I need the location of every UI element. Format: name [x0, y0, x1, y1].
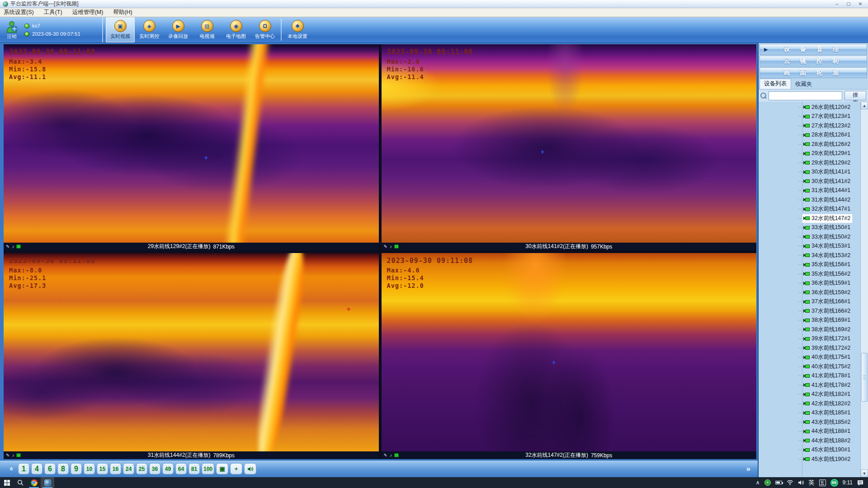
device-item[interactable]: 30水前线141#1 — [759, 168, 860, 177]
video-panel-4[interactable]: 2023-09-30 09:11:08 Max:-4.6 Min:-15.4 A… — [382, 253, 757, 459]
record-camera-icon[interactable] — [394, 453, 399, 457]
layout-81-button[interactable]: 81 — [189, 463, 200, 474]
start-button[interactable] — [0, 477, 14, 488]
device-item[interactable]: 32水前线147#2 — [759, 214, 860, 223]
close-button[interactable]: ✕ — [854, 1, 866, 7]
device-item[interactable]: 28水前线126#1 — [759, 131, 860, 140]
device-item[interactable]: 40水前线175#2 — [759, 362, 860, 371]
battery-plug-icon[interactable] — [775, 481, 782, 484]
fullscreen-button[interactable]: ▣ — [216, 463, 228, 474]
device-item[interactable]: 32水前线147#1 — [759, 205, 860, 214]
taskbar-search-button[interactable] — [14, 477, 27, 488]
expand-right-icon[interactable]: » — [746, 465, 753, 474]
device-item[interactable]: 27水前线123#1 — [759, 112, 860, 122]
device-item[interactable]: 34水前线153#1 — [759, 242, 860, 251]
toolbar-button-playback[interactable]: ▶录像回放 — [164, 17, 193, 42]
device-item[interactable]: 35水前线156#2 — [759, 269, 860, 279]
device-item[interactable]: 41水前线178#2 — [759, 380, 860, 390]
video-panel-1[interactable]: 2023-09-30 09:11:08 Max:-3.4 Min:-15.8 A… — [4, 44, 379, 250]
toolbar-button-realtime-video[interactable]: ▣实时视频 — [106, 17, 135, 42]
scroll-thumb[interactable] — [861, 353, 868, 402]
layout-1-button[interactable]: 1 — [18, 463, 29, 474]
device-item[interactable]: 27水前线123#2 — [759, 121, 860, 131]
menu-item[interactable]: 运维管理(M) — [72, 9, 104, 16]
layout-16-button[interactable]: 16 — [110, 463, 121, 474]
taskbar-chrome-button[interactable] — [27, 477, 41, 488]
device-item[interactable]: 36水前线159#2 — [759, 288, 860, 297]
layout-4-button[interactable]: 4 — [31, 463, 42, 474]
menu-item[interactable]: 系统设置(S) — [4, 9, 34, 16]
device-item[interactable]: 33水前线150#1 — [759, 223, 860, 233]
annotate-icon[interactable]: ✎ — [6, 453, 9, 458]
video-panel-2[interactable]: 2023-09-30 09:11:08 Max:-3.0 Min:-16.6 A… — [382, 44, 757, 250]
device-item[interactable]: 28水前线126#2 — [759, 140, 860, 149]
audio-icon[interactable]: ♪ — [390, 244, 392, 249]
search-input[interactable] — [769, 91, 842, 100]
scroll-down-icon[interactable]: ▼ — [861, 469, 868, 477]
device-item[interactable]: 34水前线153#2 — [759, 251, 860, 260]
toolbar-button-alarm-center[interactable]: Ω告警中心 — [250, 17, 279, 42]
layout-24-button[interactable]: 24 — [123, 463, 134, 474]
layout-100-button[interactable]: 100 — [202, 463, 214, 474]
ime-mode-indicator[interactable]: 五 — [819, 479, 826, 486]
toolbar-button-realtime-measure[interactable]: ◈实时测控 — [135, 17, 164, 42]
device-item[interactable]: 45水前线190#2 — [759, 455, 860, 464]
layout-8-button[interactable]: 8 — [57, 463, 69, 474]
menu-item[interactable]: 帮助(H) — [113, 9, 132, 16]
device-item[interactable]: 43水前线185#1 — [759, 408, 860, 418]
device-item[interactable]: 31水前线144#2 — [759, 195, 860, 205]
annotate-icon[interactable]: ✎ — [6, 244, 9, 249]
layout-36-button[interactable]: 36 — [149, 463, 160, 474]
device-item[interactable]: 38水前线169#1 — [759, 316, 860, 325]
collapse-up-icon[interactable]: » — [7, 463, 14, 475]
audio-icon[interactable]: ♪ — [12, 453, 14, 458]
layout-10-button[interactable]: 10 — [84, 463, 95, 474]
device-item[interactable]: 39水前线172#2 — [759, 343, 860, 353]
layout-25-button[interactable]: 25 — [136, 463, 147, 474]
device-item[interactable]: 40水前线175#1 — [759, 353, 860, 362]
toolbar-button-local-settings[interactable]: ✱本地设置 — [283, 17, 312, 42]
audio-icon[interactable]: ♪ — [12, 244, 14, 249]
device-item[interactable]: 45水前线190#1 — [759, 446, 860, 455]
device-item[interactable]: 29水前线129#1 — [759, 149, 860, 159]
device-item[interactable]: 43水前线185#2 — [759, 418, 860, 427]
record-camera-icon[interactable] — [16, 244, 21, 249]
toolbar-button-tv-wall[interactable]: ▤电视墙 — [193, 17, 222, 42]
toolbar-button-e-map[interactable]: ◉电子地图 — [222, 17, 250, 42]
battery-percent-badge[interactable]: 65 — [830, 479, 838, 487]
tab-favorites[interactable]: 收藏夹 — [791, 80, 816, 89]
search-button[interactable]: 搜 索 — [844, 91, 866, 100]
annotate-icon[interactable]: ✎ — [384, 244, 387, 249]
audio-icon[interactable]: ♪ — [390, 453, 392, 458]
panel-screen-patrol[interactable]: 画 面 轮 巡 — [760, 67, 867, 78]
device-item[interactable]: 39水前线172#1 — [759, 334, 860, 344]
ime-language-indicator[interactable]: 英 — [809, 479, 815, 487]
tab-device-list[interactable]: 设备列表 — [760, 79, 791, 89]
notification-center-icon[interactable] — [857, 480, 863, 486]
record-camera-icon[interactable] — [394, 244, 399, 249]
device-item[interactable]: 29水前线129#2 — [759, 158, 860, 168]
layout-9-button[interactable]: 9 — [71, 463, 82, 474]
tray-chevron-icon[interactable]: ∧ — [756, 479, 760, 486]
device-item[interactable]: 41水前线178#1 — [759, 371, 860, 381]
menu-item[interactable]: 工具(T) — [44, 9, 62, 16]
minimize-button[interactable]: – — [831, 1, 843, 7]
split-add-button[interactable]: + — [230, 463, 242, 474]
logout-button[interactable]: 注销 — [3, 20, 21, 40]
taskbar-clock[interactable]: 9:11 — [843, 479, 853, 486]
device-item[interactable]: 44水前线188#2 — [759, 436, 860, 446]
device-item[interactable]: 30水前线141#2 — [759, 177, 860, 186]
device-item[interactable]: 37水前线166#1 — [759, 297, 860, 307]
device-item[interactable]: 42水前线182#2 — [759, 399, 860, 408]
device-item[interactable]: 31水前线144#1 — [759, 186, 860, 196]
volume-icon[interactable] — [798, 480, 804, 485]
record-camera-icon[interactable] — [16, 453, 21, 457]
panel-device-management[interactable]: ▶ 设 备 管 理 — [760, 44, 867, 55]
device-item[interactable]: 35水前线156#1 — [759, 260, 860, 270]
annotate-icon[interactable]: ✎ — [384, 453, 387, 458]
device-list-scrollbar[interactable]: ▲ ▼ — [860, 102, 868, 477]
layout-64-button[interactable]: 64 — [175, 463, 187, 474]
wifi-icon[interactable] — [787, 480, 793, 485]
layout-6-button[interactable]: 6 — [44, 463, 56, 474]
taskbar-monitoring-app-button[interactable] — [41, 477, 54, 488]
